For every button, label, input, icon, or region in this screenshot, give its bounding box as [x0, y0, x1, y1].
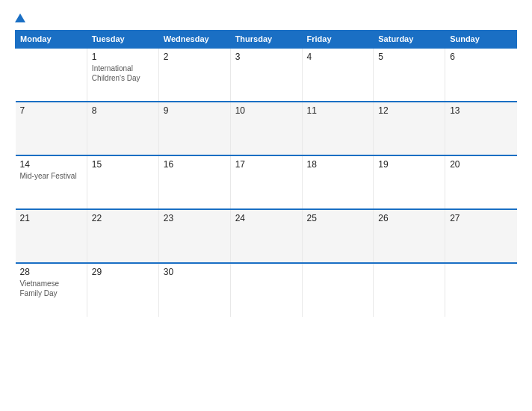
day-number: 2 — [164, 52, 226, 62]
calendar-cell: 19 — [374, 155, 445, 209]
calendar-cell: 15 — [87, 155, 158, 209]
calendar-cell: 18 — [302, 155, 374, 209]
day-number: 7 — [20, 105, 82, 116]
holiday-label: Vietnamese Family Day — [20, 279, 60, 297]
calendar-week-row: 1International Children's Day23456 — [16, 48, 517, 102]
day-number: 18 — [307, 159, 369, 170]
calendar-week-row: 14Mid-year Festival151617181920 — [16, 155, 517, 209]
day-number: 5 — [378, 52, 440, 62]
logo-triangle-icon — [15, 13, 25, 22]
calendar-cell: 5 — [374, 48, 445, 102]
day-number: 25 — [307, 213, 369, 223]
col-header-tuesday: Tuesday — [87, 31, 158, 49]
calendar-cell: 21 — [16, 209, 87, 263]
day-number: 6 — [450, 52, 512, 62]
day-number: 12 — [378, 105, 440, 116]
calendar-cell: 13 — [445, 102, 517, 155]
calendar-cell: 25 — [302, 209, 374, 263]
day-number: 8 — [92, 105, 154, 116]
logo — [15, 13, 28, 22]
calendar-cell: 8 — [87, 102, 158, 155]
calendar-cell: 12 — [374, 102, 445, 155]
calendar-table: MondayTuesdayWednesdayThursdayFridaySatu… — [15, 30, 517, 317]
day-number: 9 — [164, 105, 226, 116]
calendar-cell: 29 — [87, 263, 158, 317]
day-number: 16 — [164, 159, 226, 170]
page: MondayTuesdayWednesdayThursdayFridaySatu… — [0, 0, 532, 411]
day-number: 21 — [20, 213, 82, 223]
day-number: 26 — [378, 213, 440, 223]
calendar-cell: 7 — [16, 102, 87, 155]
calendar-cell: 2 — [158, 48, 230, 102]
calendar-cell: 23 — [158, 209, 230, 263]
day-number: 15 — [92, 159, 154, 170]
calendar-week-row: 28Vietnamese Family Day2930 — [16, 263, 517, 317]
day-number: 20 — [450, 159, 512, 170]
day-number: 29 — [92, 267, 154, 277]
calendar-cell: 17 — [230, 155, 302, 209]
day-number: 4 — [307, 52, 369, 62]
holiday-label: Mid-year Festival — [20, 172, 77, 180]
day-number: 1 — [92, 52, 154, 62]
day-number: 11 — [307, 105, 369, 116]
col-header-monday: Monday — [16, 31, 87, 49]
calendar-week-row: 78910111213 — [16, 102, 517, 155]
col-header-wednesday: Wednesday — [158, 31, 230, 49]
calendar-cell: 28Vietnamese Family Day — [16, 263, 87, 317]
calendar-cell — [302, 263, 374, 317]
calendar-cell: 26 — [374, 209, 445, 263]
calendar-cell — [445, 263, 517, 317]
holiday-label: International Children's Day — [92, 64, 140, 82]
calendar-cell: 9 — [158, 102, 230, 155]
col-header-saturday: Saturday — [374, 31, 445, 49]
day-number: 23 — [164, 213, 226, 223]
calendar-cell: 22 — [87, 209, 158, 263]
day-number: 28 — [20, 267, 82, 277]
calendar-cell: 4 — [302, 48, 374, 102]
calendar-cell: 10 — [230, 102, 302, 155]
calendar-cell: 24 — [230, 209, 302, 263]
col-header-sunday: Sunday — [445, 31, 517, 49]
calendar-week-row: 21222324252627 — [16, 209, 517, 263]
calendar-cell — [374, 263, 445, 317]
day-number: 13 — [450, 105, 512, 116]
day-number: 24 — [235, 213, 297, 223]
calendar-cell: 16 — [158, 155, 230, 209]
calendar-cell: 6 — [445, 48, 517, 102]
logo-blue-text — [15, 13, 28, 22]
day-number: 10 — [235, 105, 297, 116]
col-header-friday: Friday — [302, 31, 374, 49]
calendar-cell — [230, 263, 302, 317]
col-header-thursday: Thursday — [230, 31, 302, 49]
day-number: 30 — [164, 267, 226, 277]
calendar-cell: 14Mid-year Festival — [16, 155, 87, 209]
day-number: 22 — [92, 213, 154, 223]
calendar-cell: 30 — [158, 263, 230, 317]
calendar-cell: 20 — [445, 155, 517, 209]
day-number: 3 — [235, 52, 297, 62]
calendar-cell: 27 — [445, 209, 517, 263]
day-number: 27 — [450, 213, 512, 223]
calendar-cell: 1International Children's Day — [87, 48, 158, 102]
calendar-cell — [16, 48, 87, 102]
day-number: 14 — [20, 159, 82, 170]
calendar-cell: 11 — [302, 102, 374, 155]
calendar-header-row: MondayTuesdayWednesdayThursdayFridaySatu… — [16, 31, 517, 49]
header — [15, 13, 517, 22]
day-number: 19 — [378, 159, 440, 170]
day-number: 17 — [235, 159, 297, 170]
calendar-cell: 3 — [230, 48, 302, 102]
